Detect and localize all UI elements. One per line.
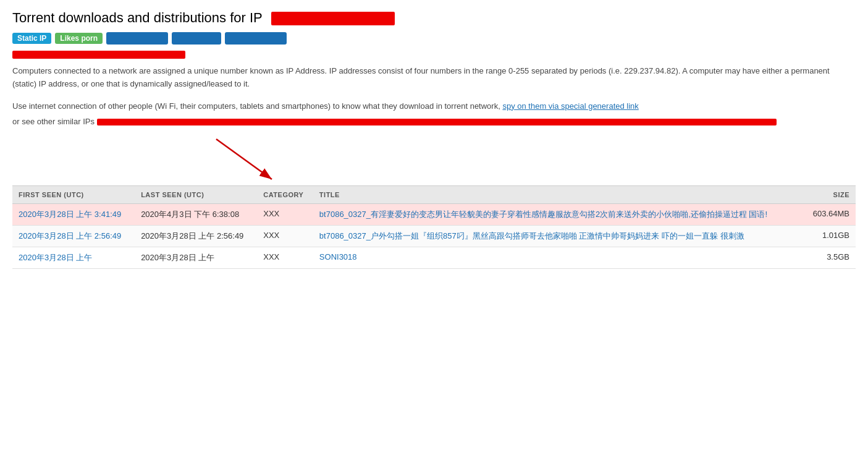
title-link[interactable]: bt7086_0327_户外勾搭一姐『组织857叼』黑丝高跟勾搭师哥去他家啪啪 … <box>319 231 744 240</box>
page-title: Torrent downloads and distributions for … <box>12 10 856 26</box>
title-link[interactable]: bt7086_0327_有淫妻爱好的变态男让年轻貌美的妻子穿着性感情趣服故意勾搭… <box>319 210 767 219</box>
cell-first-seen: 2020年3月28日 上午 <box>12 247 135 268</box>
svg-line-1 <box>216 139 272 179</box>
description-text: Computers connected to a network are ass… <box>12 65 856 91</box>
col-last-seen: LAST SEEN (UTC) <box>135 185 257 203</box>
tag-redacted-3 <box>225 32 287 45</box>
arrow-area <box>12 136 856 185</box>
cell-first-seen: 2020年3月28日 上午 3:41:49 <box>12 203 135 225</box>
col-first-seen: FIRST SEEN (UTC) <box>12 185 135 203</box>
first-seen-link[interactable]: 2020年3月28日 上午 2:56:49 <box>19 231 121 240</box>
tag-redacted-1 <box>106 32 168 45</box>
cell-last-seen: 2020年3月28日 上午 <box>135 247 257 268</box>
col-title: TITLE <box>313 185 803 203</box>
col-category: CATEGORY <box>257 185 313 203</box>
cell-category: XXX <box>257 247 313 268</box>
spy-link[interactable]: spy on them via special generated link <box>502 101 638 111</box>
table-row: 2020年3月28日 上午2020年3月28日 上午XXXSONI30183.5… <box>12 247 856 268</box>
tag-redacted-2 <box>172 32 221 45</box>
arrow-icon <box>210 136 284 185</box>
similar-ips-line: or see other similar IPs <box>12 117 856 126</box>
cell-category: XXX <box>257 203 313 225</box>
first-seen-link[interactable]: 2020年3月28日 上午 <box>19 253 92 262</box>
spy-section: Use internet connection of other people … <box>12 100 856 113</box>
table-body: 2020年3月28日 上午 3:41:492020年4月3日 下午 6:38:0… <box>12 203 856 268</box>
similar-ips-redacted <box>97 119 777 125</box>
ip-redacted <box>271 12 395 25</box>
table-header: FIRST SEEN (UTC) LAST SEEN (UTC) CATEGOR… <box>12 185 856 203</box>
col-size: SIZE <box>803 185 856 203</box>
cell-title: bt7086_0327_户外勾搭一姐『组织857叼』黑丝高跟勾搭师哥去他家啪啪 … <box>313 225 803 247</box>
cell-category: XXX <box>257 225 313 247</box>
cell-size: 3.5GB <box>803 247 856 268</box>
cell-last-seen: 2020年4月3日 下午 6:38:08 <box>135 203 257 225</box>
tag-static-ip[interactable]: Static IP <box>12 33 51 44</box>
cell-first-seen: 2020年3月28日 上午 2:56:49 <box>12 225 135 247</box>
redacted-bar <box>12 51 185 59</box>
cell-title: SONI3018 <box>313 247 803 268</box>
first-seen-link[interactable]: 2020年3月28日 上午 3:41:49 <box>19 210 121 219</box>
cell-size: 603.64MB <box>803 203 856 225</box>
tags-row: Static IP Likes porn <box>12 32 856 45</box>
cell-title: bt7086_0327_有淫妻爱好的变态男让年轻貌美的妻子穿着性感情趣服故意勾搭… <box>313 203 803 225</box>
tag-likes-porn[interactable]: Likes porn <box>55 33 103 44</box>
cell-last-seen: 2020年3月28日 上午 2:56:49 <box>135 225 257 247</box>
title-link[interactable]: SONI3018 <box>319 252 357 261</box>
torrent-table: FIRST SEEN (UTC) LAST SEEN (UTC) CATEGOR… <box>12 185 856 269</box>
table-row: 2020年3月28日 上午 2:56:492020年3月28日 上午 2:56:… <box>12 225 856 247</box>
cell-size: 1.01GB <box>803 225 856 247</box>
table-row: 2020年3月28日 上午 3:41:492020年4月3日 下午 6:38:0… <box>12 203 856 225</box>
